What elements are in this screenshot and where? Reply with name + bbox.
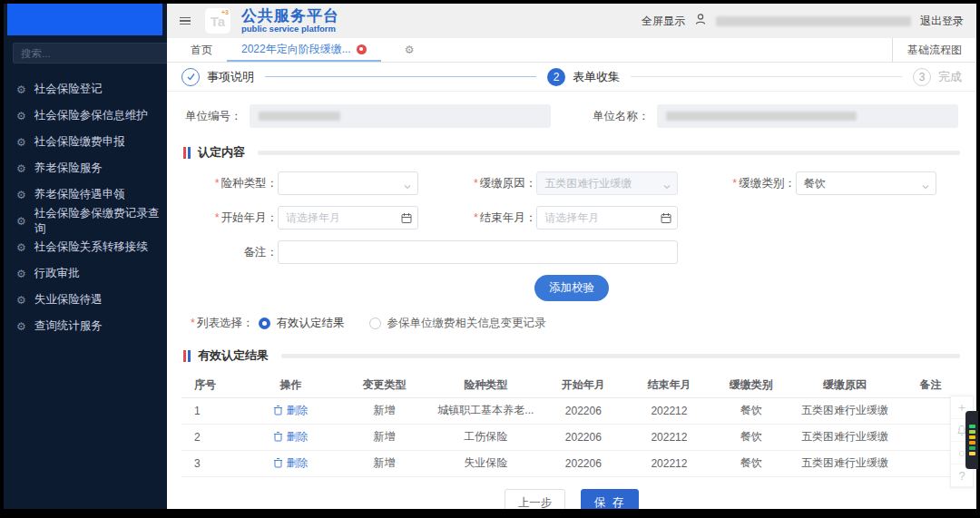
delete-button[interactable]: 删除 (273, 403, 308, 418)
insurance-type-label: 险种类型： (221, 177, 279, 190)
section-bar-icon (183, 350, 186, 362)
step-label: 事项说明 (207, 69, 254, 85)
table-header-row: 序号 操作 变更类型 险种类型 开始年月 结束年月 缓缴类别 缓缴原因 备注 (181, 373, 962, 397)
sidebar-item-label: 社会保险缴费申报 (34, 134, 125, 150)
radio-change-records[interactable]: 参保单位缴费相关信息变更记录 (369, 316, 545, 331)
defer-category-select[interactable]: 餐饮 (796, 171, 936, 195)
table-row: 3 删除 新增 失业保险 202206 202212 餐饮 五类困难行业缓缴 (181, 450, 962, 476)
sidebar: ⚙ 社会保险登记 ⚙ 社会保险参保信息维护 ⚙ 社会保险缴费申报 ⚙ 养老保险服… (4, 4, 167, 509)
cell-end-month: 202212 (626, 397, 712, 424)
sidebar-item-payment-declaration[interactable]: ⚙ 社会保险缴费申报 (4, 129, 167, 155)
tab-bar: 首页 2022年定向阶段缓缴... ⚙ 基础流程图 (167, 38, 976, 63)
sidebar-item-payment-record-query[interactable]: ⚙ 社会保险参保缴费记录查询 (4, 208, 167, 234)
add-check-button[interactable]: 添加校验 (534, 275, 609, 301)
radio-valid-results[interactable]: 有效认定结果 (259, 316, 344, 331)
required-marker: * (215, 177, 220, 190)
basic-flowchart-button[interactable]: 基础流程图 (892, 38, 976, 62)
sidebar-item-pension-benefit-claim[interactable]: ⚙ 养老保险待遇申领 (4, 181, 167, 208)
cell-defer-reason: 五类困难行业缓缴 (790, 397, 899, 424)
gear-icon: ⚙ (16, 110, 26, 122)
delete-button[interactable]: 删除 (273, 455, 308, 471)
delete-button[interactable]: 删除 (273, 429, 308, 445)
sidebar-item-label: 养老保险服务 (34, 161, 103, 176)
section-bar-icon (188, 147, 191, 159)
logout-button[interactable]: 退出登录 (920, 14, 964, 29)
gear-icon: ⚙ (396, 44, 424, 56)
trash-icon (273, 457, 283, 468)
required-marker: * (191, 317, 195, 329)
sidebar-item-administrative-approval[interactable]: ⚙ 行政审批 (4, 260, 167, 287)
delete-label: 删除 (286, 429, 308, 445)
sidebar-item-insured-info-maintenance[interactable]: ⚙ 社会保险参保信息维护 (4, 103, 167, 129)
sidebar-item-label: 养老保险待遇申领 (34, 187, 125, 202)
sidebar-item-label: 社会保险登记 (34, 82, 103, 97)
sidebar-item-relation-transfer[interactable]: ⚙ 社会保险关系转移接续 (4, 234, 167, 260)
start-month-input[interactable] (278, 206, 418, 230)
end-month-input[interactable] (536, 206, 677, 230)
gear-icon: ⚙ (16, 294, 26, 307)
calendar-icon[interactable] (401, 211, 412, 228)
required-marker: * (215, 211, 220, 224)
defer-category-label: 缓缴类别： (739, 177, 796, 190)
delete-label: 删除 (286, 403, 308, 418)
remark-input[interactable] (278, 240, 678, 264)
gear-icon: ⚙ (16, 320, 26, 333)
tab-deferred-payment[interactable]: 2022年定向阶段缓缴... (227, 38, 381, 62)
gear-icon: ⚙ (16, 189, 26, 201)
sidebar-item-label: 社会保险关系转移接续 (34, 239, 148, 255)
section-bar-icon (188, 350, 191, 362)
sidebar-item-unemployment-benefit[interactable]: ⚙ 失业保险待遇 (4, 287, 167, 313)
col-defer-category: 缓缴类别 (712, 373, 790, 397)
insurance-type-select[interactable] (278, 171, 418, 195)
remark-label: 备注： (244, 246, 279, 259)
trash-icon (273, 405, 283, 415)
radio-label: 参保单位缴费相关信息变更记录 (387, 316, 545, 331)
collapse-menu-icon[interactable] (180, 17, 191, 25)
unit-code-redacted (259, 112, 340, 121)
calendar-icon[interactable] (661, 211, 671, 228)
cell-seq: 1 (181, 397, 244, 424)
cell-start-month: 202206 (541, 450, 627, 476)
section-title: 认定内容 (198, 144, 245, 161)
flowchart-label: 基础流程图 (907, 43, 962, 58)
fullscreen-button[interactable]: 全屏显示 (642, 14, 685, 29)
platform-logo: Ta+3 (205, 8, 230, 34)
section-valid-results: 有效认定结果 (167, 331, 976, 371)
sidebar-item-label: 查询统计服务 (34, 318, 103, 334)
col-defer-reason: 缓缴原因 (790, 373, 899, 397)
tab-close-icon[interactable] (357, 44, 367, 54)
sidebar-item-social-insurance-registration[interactable]: ⚙ 社会保险登记 (4, 76, 167, 103)
determination-form: *险种类型： *缓缴原因： 五类困难行业缓缴 (183, 171, 960, 264)
col-insurance-type: 险种类型 (431, 373, 540, 397)
sidebar-item-pension-service[interactable]: ⚙ 养老保险服务 (4, 155, 167, 181)
save-button[interactable]: 保 存 (581, 489, 639, 510)
sidebar-item-label: 行政审批 (34, 266, 80, 281)
cell-insurance-type: 失业保险 (431, 450, 540, 476)
step-label: 表单收集 (573, 69, 620, 85)
unit-name-field (657, 104, 959, 128)
results-table: 序号 操作 变更类型 险种类型 开始年月 结束年月 缓缴类别 缓缴原因 备注 (181, 373, 962, 477)
unit-name-label: 单位名称： (593, 109, 650, 124)
tab-active-label: 2022年定向阶段缓缴... (241, 42, 351, 57)
cell-defer-reason: 五类困难行业缓缴 (790, 424, 899, 450)
tab-home-label: 首页 (191, 43, 212, 58)
list-select-label: 列表选择： (197, 317, 254, 329)
platform-title: 公共服务平台 public service platform (241, 8, 339, 34)
col-seq: 序号 (181, 373, 244, 397)
tab-settings-icon-button[interactable]: ⚙ (381, 38, 438, 62)
trash-icon (273, 431, 283, 442)
table-row: 2 删除 新增 工伤保险 202206 202212 餐饮 五类困难行业缓缴 (181, 424, 962, 450)
step-connector (265, 76, 536, 77)
cell-end-month: 202212 (626, 450, 712, 476)
step-item-form-collection: 2 表单收集 (547, 68, 620, 86)
previous-step-button[interactable]: 上一步 (505, 489, 566, 510)
search-input[interactable] (13, 43, 169, 64)
tab-home[interactable]: 首页 (176, 38, 227, 62)
gear-icon: ⚙ (16, 215, 26, 228)
end-month-label: 结束年月： (480, 211, 537, 224)
section-bar-icon (183, 147, 186, 159)
app-frame: ⚙ 社会保险登记 ⚙ 社会保险参保信息维护 ⚙ 社会保险缴费申报 ⚙ 养老保险服… (0, 0, 980, 518)
extension-widget[interactable] (965, 411, 978, 469)
step-label: 完成 (938, 69, 962, 85)
sidebar-item-query-statistics[interactable]: ⚙ 查询统计服务 (4, 313, 167, 339)
